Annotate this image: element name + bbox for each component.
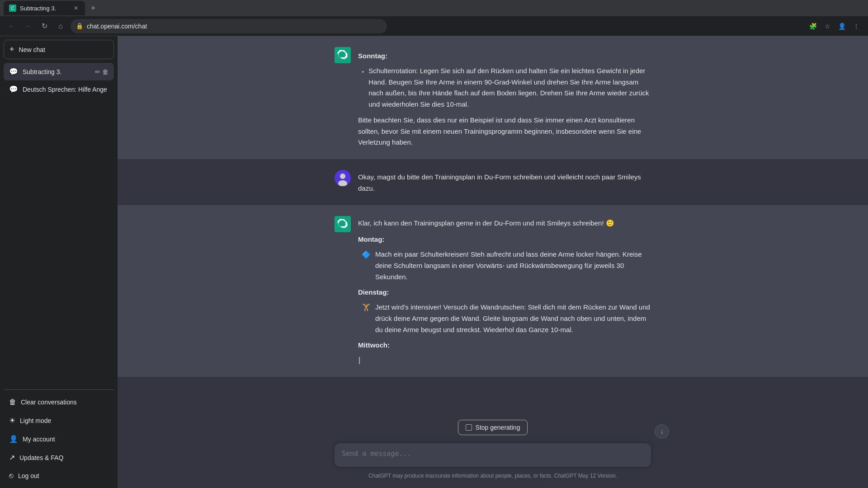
typing-cursor (359, 357, 360, 364)
bullet-text-montag: Mach ein paar Schulterkreisen! Steh aufr… (375, 249, 651, 282)
message-block-assistant-1: Sonntag: • Schulterrotation: Legen Sie s… (118, 36, 868, 159)
conv-actions: ✏ 🗑 (95, 68, 108, 75)
updates-faq-button[interactable]: ↗ Updates & FAQ (4, 449, 114, 466)
disclaimer-text: ChatGPT may produce inaccurate informati… (368, 473, 617, 479)
active-tab[interactable]: C Subtracting 3. ✕ (4, 1, 85, 15)
bullet-montag: 🔷 Mach ein paar Schulterkreisen! Steh au… (358, 249, 651, 282)
conversation-item-subtracting[interactable]: 💬 Subtracting 3. ✏ 🗑 (4, 63, 114, 80)
message-inner-user-1: Okay, magst du bitte den Trainingsplan i… (335, 170, 651, 194)
message-content-1: Sonntag: • Schulterrotation: Legen Sie s… (358, 47, 651, 148)
clear-conversations-label: Clear conversations (21, 399, 77, 406)
home-button[interactable]: ⌂ (54, 20, 67, 33)
stop-icon (466, 424, 472, 431)
day-header-sonntag: Sonntag: (358, 51, 651, 62)
lock-icon: 🔒 (76, 23, 83, 29)
bookmark-icon[interactable]: ☆ (821, 20, 834, 33)
external-link-icon: ↗ (9, 453, 15, 462)
new-chat-button[interactable]: + New chat (4, 40, 114, 59)
edit-icon[interactable]: ✏ (95, 68, 100, 75)
browser-tabs: C Subtracting 3. ✕ + (0, 0, 868, 16)
emoji-wandrutschen: 🏋 (362, 302, 371, 335)
day-header-mittwoch: Mittwoch: (358, 340, 651, 351)
message-inner-2: Klar, ich kann den Trainingsplan gerne i… (335, 216, 651, 366)
account-icon: 👤 (9, 435, 18, 443)
stop-generating-label: Stop generating (476, 424, 520, 431)
input-wrapper (335, 443, 651, 468)
new-tab-button[interactable]: + (87, 2, 99, 14)
conversation-list: 💬 Subtracting 3. ✏ 🗑 💬 Deutsch Sprechen:… (4, 63, 114, 389)
app-wrapper: + New chat 💬 Subtracting 3. ✏ 🗑 💬 Deutsc… (0, 36, 868, 488)
day-header-dienstag: Dienstag: (358, 287, 651, 298)
log-out-label: Log out (18, 472, 39, 479)
toolbar-icons: 🧩 ☆ 👤 ⋮ (807, 20, 863, 33)
message-block-assistant-2: Klar, ich kann den Trainingsplan gerne i… (118, 205, 868, 377)
sidebar: + New chat 💬 Subtracting 3. ✏ 🗑 💬 Deutsc… (0, 36, 118, 488)
user-avatar-1 (335, 170, 351, 186)
trash-icon: 🗑 (9, 398, 16, 406)
address-bar[interactable]: 🔒 chat.openai.com/chat (71, 19, 387, 33)
chat-input-area: Stop generating ↓ ChatGPT may produce in… (118, 414, 868, 488)
logout-icon: ⎋ (9, 472, 14, 480)
profile-icon[interactable]: 👤 (835, 20, 848, 33)
scroll-down-button[interactable]: ↓ (655, 424, 669, 439)
message-content-user-1: Okay, magst du bitte den Trainingsplan i… (358, 170, 651, 194)
bullet-schulterrotation: • Schulterrotation: Legen Sie sich auf d… (358, 66, 651, 110)
sun-icon: ☀ (9, 416, 15, 425)
more-icon[interactable]: ⋮ (850, 20, 863, 33)
delete-icon[interactable]: 🗑 (102, 68, 108, 75)
bullet-dienstag: 🏋 Jetzt wird's intensiver! Versuch die W… (358, 302, 651, 335)
message-content-2: Klar, ich kann den Trainingsplan gerne i… (358, 216, 651, 366)
browser-toolbar: ← → ↻ ⌂ 🔒 chat.openai.com/chat 🧩 ☆ 👤 ⋮ (0, 16, 868, 36)
browser-chrome: C Subtracting 3. ✕ + ← → ↻ ⌂ 🔒 chat.open… (0, 0, 868, 36)
stop-generating-button[interactable]: Stop generating (458, 420, 528, 435)
chat-icon: 💬 (9, 67, 18, 76)
forward-button[interactable]: → (22, 20, 34, 33)
gpt-avatar-2 (335, 216, 351, 232)
emoji-schulterkreisen: 🔷 (362, 249, 371, 282)
log-out-button[interactable]: ⎋ Log out (4, 467, 114, 484)
svg-point-1 (340, 174, 345, 179)
tab-close-button[interactable]: ✕ (72, 5, 80, 12)
conv-title-deutsch: Deutsch Sprechen: Hilfe Ange (23, 86, 108, 93)
chat-input[interactable] (335, 443, 651, 467)
tab-title: Subtracting 3. (20, 5, 69, 12)
my-account-button[interactable]: 👤 My account (4, 430, 114, 448)
main-content: Sonntag: • Schulterrotation: Legen Sie s… (118, 36, 868, 488)
intro-text: Klar, ich kann den Trainingsplan gerne i… (358, 218, 651, 229)
url-text: chat.openai.com/chat (87, 23, 147, 30)
light-mode-label: Light mode (20, 417, 51, 424)
back-button[interactable]: ← (5, 20, 18, 33)
updates-faq-label: Updates & FAQ (19, 454, 63, 461)
conv-title-subtracting: Subtracting 3. (23, 68, 90, 75)
my-account-label: My account (23, 436, 55, 443)
tab-favicon: C (9, 5, 16, 12)
plus-icon: + (9, 45, 14, 54)
bullet-text-dienstag: Jetzt wird's intensiver! Versuch die Wan… (375, 302, 651, 335)
paragraph-disclaimer: Bitte beachten Sie, dass dies nur ein Be… (358, 115, 651, 148)
day-header-montag: Montag: (358, 234, 651, 245)
bullet-text-schulterrotation: Schulterrotation: Legen Sie sich auf den… (368, 66, 651, 110)
new-chat-label: New chat (19, 46, 45, 53)
message-block-user-1: Okay, magst du bitte den Trainingsplan i… (118, 159, 868, 205)
chat-scroll[interactable]: Sonntag: • Schulterrotation: Legen Sie s… (118, 36, 868, 414)
bullet-dot-1: • (362, 66, 364, 110)
sidebar-bottom: 🗑 Clear conversations ☀ Light mode 👤 My … (4, 389, 114, 484)
clear-conversations-button[interactable]: 🗑 Clear conversations (4, 394, 114, 411)
reload-button[interactable]: ↻ (38, 20, 51, 33)
light-mode-button[interactable]: ☀ Light mode (4, 412, 114, 429)
gpt-avatar-1 (335, 47, 351, 63)
extensions-icon[interactable]: 🧩 (807, 20, 819, 33)
user-message-text-1: Okay, magst du bitte den Trainingsplan i… (358, 172, 651, 194)
message-inner-1: Sonntag: • Schulterrotation: Legen Sie s… (335, 47, 651, 148)
chat-icon-2: 💬 (9, 85, 18, 94)
conversation-item-deutsch[interactable]: 💬 Deutsch Sprechen: Hilfe Ange (4, 80, 114, 98)
